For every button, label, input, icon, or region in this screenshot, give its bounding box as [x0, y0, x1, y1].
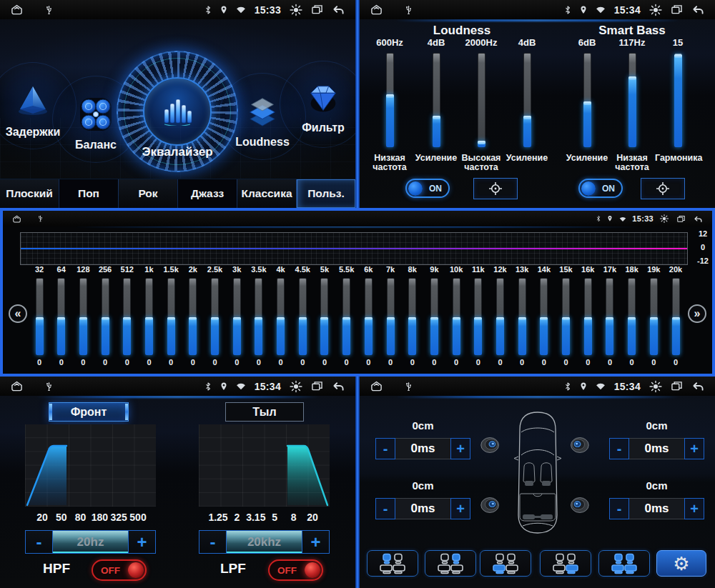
minus-button[interactable]: - [199, 531, 227, 553]
band-slider[interactable] [672, 278, 680, 355]
home-icon[interactable] [10, 213, 24, 225]
loudness-reset-button[interactable] [473, 178, 518, 199]
distance-label: 0cm [375, 419, 470, 432]
plus-button[interactable]: + [684, 498, 704, 519]
eq-zero-line [21, 248, 687, 249]
band-slider[interactable] [584, 278, 592, 355]
recents-icon[interactable] [311, 4, 323, 15]
slider-track[interactable] [386, 53, 394, 147]
band-slider[interactable] [123, 278, 131, 355]
preset-tab-4[interactable]: Джазз [177, 179, 237, 208]
equalizer-bars-icon [143, 77, 212, 146]
eq-band-10k: 10k0 [445, 265, 467, 367]
tab-front[interactable]: Фронт [49, 402, 129, 422]
band-slider[interactable] [320, 278, 328, 355]
seat-select-rear-right[interactable] [540, 550, 591, 577]
back-icon[interactable] [691, 214, 705, 224]
brightness-icon[interactable] [649, 380, 662, 393]
band-slider[interactable] [57, 278, 65, 355]
band-gain-value: 0 [621, 358, 643, 367]
band-slider[interactable] [211, 278, 219, 355]
brightness-icon[interactable] [290, 4, 302, 16]
seat-select-all[interactable] [598, 550, 650, 577]
back-icon[interactable] [691, 4, 705, 15]
preset-tab-2[interactable]: Поп [59, 179, 118, 208]
band-slider[interactable] [189, 278, 197, 355]
smart-bass-on-toggle[interactable]: ON [578, 179, 623, 198]
hpf-off-toggle[interactable]: OFF [92, 559, 147, 581]
next-page-button[interactable]: » [688, 304, 706, 323]
band-slider[interactable] [102, 278, 109, 355]
recents-icon[interactable] [671, 4, 683, 15]
slider-track[interactable] [433, 53, 440, 147]
preset-tab-3[interactable]: Рок [118, 179, 177, 208]
band-slider[interactable] [79, 278, 87, 355]
plus-button[interactable]: + [128, 531, 155, 553]
slider-track[interactable] [583, 53, 591, 147]
seat-select-front-left[interactable] [367, 550, 418, 577]
minus-button[interactable]: - [609, 438, 629, 459]
band-slider[interactable] [387, 278, 395, 355]
band-slider[interactable] [233, 278, 241, 355]
brightness-icon[interactable] [649, 4, 662, 16]
settings-button[interactable]: ⚙ [656, 550, 706, 577]
slider-track[interactable] [628, 53, 636, 147]
recents-icon[interactable] [675, 214, 687, 224]
home-icon[interactable] [10, 380, 24, 392]
plus-button[interactable]: + [684, 438, 704, 459]
tab-rear[interactable]: Тыл [225, 402, 304, 422]
band-slider[interactable] [430, 278, 438, 355]
band-slider[interactable] [277, 278, 285, 355]
back-icon[interactable] [332, 4, 345, 15]
loudness-on-toggle[interactable]: ON [405, 179, 450, 198]
band-slider[interactable] [342, 278, 350, 355]
home-icon[interactable] [10, 4, 24, 16]
band-fill [650, 317, 658, 355]
band-slider[interactable] [562, 278, 570, 355]
band-slider[interactable] [408, 278, 416, 355]
recents-icon[interactable] [311, 381, 323, 392]
preset-tab-6[interactable]: Польз. [296, 179, 355, 208]
preset-tab-1[interactable]: Плоский [0, 179, 59, 208]
seat-select-front-right[interactable] [425, 550, 476, 577]
home-icon[interactable] [370, 380, 383, 392]
band-slider[interactable] [167, 278, 175, 355]
slider-track[interactable] [478, 53, 485, 147]
smart-bass-reset-button[interactable] [641, 178, 685, 199]
slider-track[interactable] [674, 53, 682, 147]
band-slider[interactable] [255, 278, 262, 355]
brightness-icon[interactable] [658, 212, 671, 225]
plus-button[interactable]: + [450, 498, 470, 519]
band-slider[interactable] [496, 278, 504, 355]
lpf-label: LPF [220, 561, 246, 577]
band-slider[interactable] [606, 278, 613, 355]
seat-select-rear-left[interactable] [480, 550, 531, 577]
band-slider[interactable] [453, 278, 460, 355]
minus-button[interactable]: - [609, 498, 629, 519]
slider-track[interactable] [523, 53, 531, 147]
back-icon[interactable] [332, 381, 345, 392]
minus-button[interactable]: - [375, 498, 395, 519]
band-slider[interactable] [36, 278, 44, 355]
band-slider[interactable] [365, 278, 373, 355]
minus-button[interactable]: - [375, 438, 395, 459]
band-gain-value: 0 [402, 358, 423, 367]
band-slider[interactable] [474, 278, 482, 355]
brightness-icon[interactable] [290, 380, 302, 393]
band-slider[interactable] [299, 278, 307, 355]
band-slider[interactable] [540, 278, 548, 355]
prev-page-button[interactable]: « [9, 304, 27, 323]
menu-item-filter[interactable]: Фильтр [295, 82, 352, 134]
band-slider[interactable] [145, 278, 153, 355]
band-slider[interactable] [628, 278, 636, 355]
plus-button[interactable]: + [450, 438, 470, 459]
band-slider[interactable] [518, 278, 526, 355]
lpf-off-toggle[interactable]: OFF [268, 559, 323, 581]
home-icon[interactable] [370, 4, 383, 16]
minus-button[interactable]: - [26, 531, 53, 553]
recents-icon[interactable] [671, 381, 683, 392]
preset-tab-5[interactable]: Классика [237, 179, 296, 208]
plus-button[interactable]: + [302, 531, 329, 553]
back-icon[interactable] [691, 381, 705, 392]
band-slider[interactable] [650, 278, 658, 355]
